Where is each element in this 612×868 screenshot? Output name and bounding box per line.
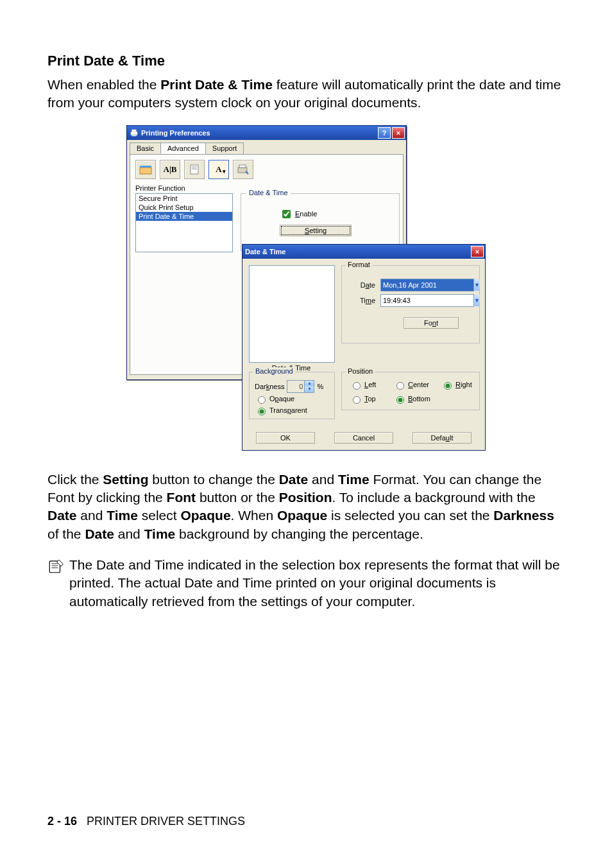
page-footer: 2 - 16 PRINTER DRIVER SETTINGS (47, 815, 245, 828)
pos-left-radio[interactable]: Left (350, 380, 376, 390)
pos-bottom-radio[interactable]: Bottom (393, 394, 430, 404)
default-button[interactable]: Default (412, 432, 472, 444)
date-time-legend: Date & Time (246, 189, 291, 196)
time-drop-icon[interactable]: ▼ (473, 295, 480, 306)
time-label: Time (348, 297, 375, 304)
percent-label: % (317, 383, 323, 390)
intro-paragraph: When enabled the Print Date & Time featu… (47, 76, 565, 112)
background-group: Background Darkness ▲▼ % Opaque Transpar… (249, 372, 335, 419)
ok-button[interactable]: OK (256, 432, 315, 444)
toolbar-btn-5[interactable] (233, 160, 253, 179)
cancel-button[interactable]: Cancel (334, 432, 393, 444)
toolbar-btn-2[interactable]: A|B (160, 160, 180, 179)
intro-bold: Print Date & Time (160, 77, 273, 92)
footer-page-number: 2 - 16 (47, 815, 77, 828)
darkness-row: Darkness ▲▼ % (255, 380, 323, 393)
dt-preview-box (249, 265, 335, 363)
date-time-dialog: Date & Time × Date & Time Format Date ▼ … (242, 244, 486, 451)
pf-item-print-date-time[interactable]: Print Date & Time (136, 212, 232, 221)
pos-right-radio[interactable]: Right (441, 380, 472, 390)
pos-center-radio[interactable]: Center (393, 380, 429, 390)
footer-title: PRINTER DRIVER SETTINGS (87, 815, 245, 828)
date-drop-icon[interactable]: ▼ (473, 279, 480, 291)
printer-function-label: Printer Function (135, 184, 185, 192)
enable-checkbox[interactable]: Enable (280, 208, 317, 220)
svg-rect-4 (140, 166, 151, 168)
dialog-buttons: OK Cancel Default (242, 432, 485, 444)
time-value[interactable] (381, 295, 473, 306)
svg-rect-9 (239, 165, 246, 168)
spin-down-icon[interactable]: ▼ (305, 386, 314, 392)
close-button[interactable]: × (392, 127, 405, 139)
enable-checkbox-input[interactable] (282, 210, 291, 218)
format-group: Format Date ▼ Time ▼ Font (341, 265, 480, 343)
pp-title: Printing Preferences (141, 129, 378, 137)
font-button[interactable]: Font (404, 317, 459, 329)
svg-rect-1 (132, 129, 137, 132)
position-group: Position Left Center Right Top Bottom (341, 372, 480, 410)
note-icon (47, 558, 64, 575)
darkness-spinner[interactable]: ▲▼ (287, 380, 314, 393)
screenshot-area: Printing Preferences ? × Basic Advanced … (126, 125, 486, 453)
note-row: The Date and Time indicated in the selec… (47, 556, 565, 611)
printer-icon (130, 128, 139, 137)
darkness-label: Darkness (255, 383, 284, 390)
bg-opaque-radio[interactable]: Opaque (255, 394, 294, 404)
dt-close-button[interactable]: × (471, 246, 484, 257)
pp-tabs: Basic Advanced Support (130, 143, 404, 154)
pf-item-quick-print-setup[interactable]: Quick Print Setup (136, 203, 232, 212)
date-value[interactable] (381, 279, 473, 291)
position-legend: Position (346, 367, 375, 375)
setting-button[interactable]: Setting (280, 225, 352, 236)
dt-titlebar: Date & Time × (242, 245, 485, 259)
toolbar-btn-1[interactable] (135, 160, 156, 179)
date-time-groupbox: Date & Time Enable Setting (241, 193, 400, 251)
time-combo[interactable]: ▼ (380, 294, 474, 307)
instruction-paragraph: Click the Setting button to change the D… (47, 471, 565, 543)
date-combo[interactable]: ▼ (380, 279, 474, 291)
darkness-value[interactable] (287, 380, 305, 393)
tab-advanced[interactable]: Advanced (160, 143, 206, 154)
toolbar-btn-3[interactable] (184, 160, 205, 179)
bg-transparent-radio[interactable]: Transparent (255, 406, 307, 415)
format-legend: Format (346, 261, 372, 268)
svg-rect-2 (132, 134, 137, 136)
svg-rect-5 (191, 165, 198, 174)
pp-titlebar: Printing Preferences ? × (127, 126, 406, 140)
background-legend: Background (253, 367, 295, 375)
help-button[interactable]: ? (378, 127, 391, 139)
note-text: The Date and Time indicated in the selec… (69, 556, 565, 611)
printer-function-list[interactable]: Secure Print Quick Print Setup Print Dat… (135, 193, 233, 252)
enable-label-text: nable (300, 210, 317, 218)
pos-top-radio[interactable]: Top (350, 394, 376, 404)
toolbar-btn-4[interactable]: A▾ (208, 160, 229, 179)
pf-item-secure-print[interactable]: Secure Print (136, 194, 232, 203)
dt-title: Date & Time (245, 248, 471, 256)
svg-rect-3 (140, 168, 151, 174)
tab-support[interactable]: Support (205, 143, 244, 154)
spin-up-icon[interactable]: ▲ (305, 381, 314, 386)
date-label: Date (348, 281, 375, 289)
tab-basic[interactable]: Basic (130, 143, 161, 154)
pp-toolbar: A|B A▾ (135, 160, 253, 179)
section-heading: Print Date & Time (47, 53, 565, 69)
intro-pre: When enabled the (47, 77, 160, 92)
